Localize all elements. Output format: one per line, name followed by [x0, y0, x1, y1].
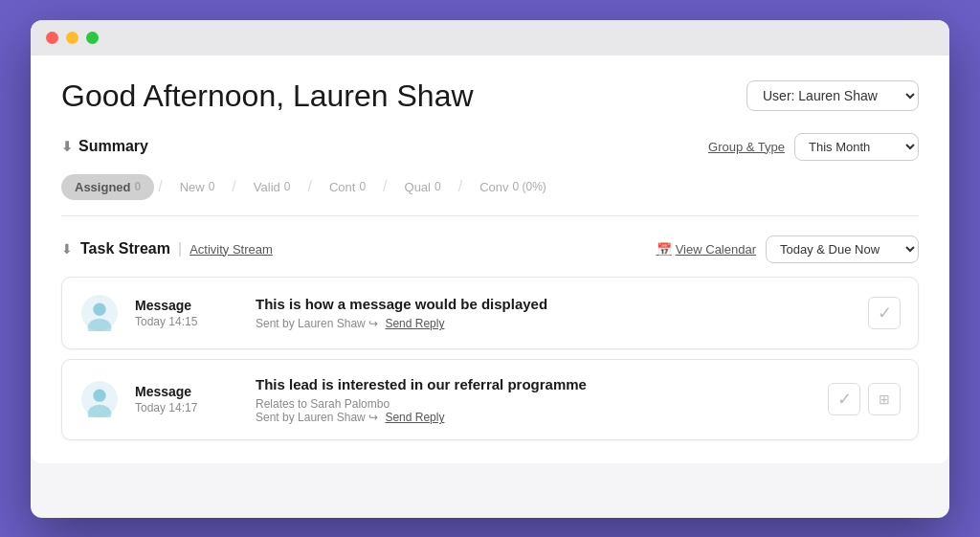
- task-arrow-icon: ⬇: [61, 241, 73, 257]
- person-icon: [81, 295, 118, 331]
- summary-controls: Group & Type This Month Last Month This …: [708, 133, 919, 161]
- svg-point-1: [93, 302, 105, 315]
- calendar-icon: 📅: [657, 242, 672, 257]
- pills-row: Assigned 0 / New 0 / Valid 0 / Cont 0 / …: [61, 174, 919, 216]
- header-row: Good Afternoon, Lauren Shaw User: Lauren…: [61, 78, 919, 114]
- task-header: ⬇ Task Stream | Activity Stream 📅 View C…: [61, 235, 919, 263]
- grid-button[interactable]: ⊞: [868, 383, 901, 415]
- pill-qual[interactable]: Qual 0: [391, 174, 455, 200]
- close-button[interactable]: [46, 32, 58, 44]
- due-select[interactable]: Today & Due Now All Due Upcoming: [766, 235, 919, 263]
- reply-arrow-icon: ↩: [368, 411, 378, 424]
- pill-new[interactable]: New 0: [167, 174, 229, 200]
- activity-stream-link[interactable]: Activity Stream: [189, 242, 273, 257]
- task-card: Message Today 14:17 This lead is interes…: [61, 359, 919, 441]
- task-time: Today 14:17: [135, 401, 240, 414]
- main-content: Good Afternoon, Lauren Shaw User: Lauren…: [31, 56, 949, 464]
- user-select[interactable]: User: Lauren Shaw: [746, 80, 919, 111]
- task-actions: ✓: [868, 297, 901, 329]
- task-sent: Sent by Lauren Shaw ↩ Send Reply: [256, 317, 853, 330]
- task-meta: Message Today 14:17: [135, 384, 240, 414]
- send-reply-link[interactable]: Send Reply: [385, 317, 444, 330]
- pill-valid[interactable]: Valid 0: [240, 174, 304, 200]
- pill-assigned[interactable]: Assigned 0: [61, 174, 154, 200]
- person-icon: [81, 381, 118, 417]
- app-window: Good Afternoon, Lauren Shaw User: Lauren…: [31, 20, 949, 518]
- group-type-link[interactable]: Group & Type: [708, 140, 785, 154]
- summary-header: ⬇ Summary Group & Type This Month Last M…: [61, 133, 919, 161]
- summary-arrow-icon: ⬇: [61, 139, 73, 154]
- task-subject: This is how a message would be displayed: [256, 295, 853, 314]
- task-avatar: [79, 379, 120, 419]
- reply-arrow-icon: ↩: [368, 317, 378, 330]
- task-actions: ✓ ⊞: [828, 383, 901, 415]
- task-time: Today 14:15: [135, 315, 240, 328]
- task-sent: Sent by Lauren Shaw ↩ Send Reply: [256, 411, 813, 424]
- check-button[interactable]: ✓: [868, 297, 901, 329]
- task-list: Message Today 14:15 This is how a messag…: [61, 277, 919, 441]
- task-body: This lead is interested in our referral …: [256, 375, 813, 425]
- task-type: Message: [135, 298, 240, 313]
- task-type: Message: [135, 384, 240, 399]
- pill-conv[interactable]: Conv 0 (0%): [466, 174, 560, 200]
- maximize-button[interactable]: [86, 32, 99, 44]
- pill-cont[interactable]: Cont 0: [316, 174, 379, 200]
- task-relates: Relates to Sarah Palombo: [256, 397, 813, 411]
- minimize-button[interactable]: [66, 32, 78, 44]
- task-avatar: [79, 293, 120, 333]
- month-select[interactable]: This Month Last Month This Week: [794, 133, 919, 161]
- greeting-text: Good Afternoon, Lauren Shaw: [61, 78, 474, 114]
- task-title-group: ⬇ Task Stream | Activity Stream: [61, 240, 273, 257]
- check-button-2[interactable]: ✓: [828, 383, 860, 415]
- task-controls: 📅 View Calendar Today & Due Now All Due …: [657, 235, 919, 263]
- summary-title: ⬇ Summary: [61, 138, 148, 155]
- checkmark-icon: ✓: [878, 302, 892, 324]
- view-calendar-link[interactable]: 📅 View Calendar: [657, 242, 756, 257]
- svg-point-4: [93, 390, 105, 402]
- send-reply-link-2[interactable]: Send Reply: [385, 411, 444, 424]
- task-stream-title: Task Stream: [80, 240, 170, 257]
- task-body: This is how a message would be displayed…: [256, 295, 853, 331]
- task-subject: This lead is interested in our referral …: [256, 375, 813, 394]
- task-card: Message Today 14:15 This is how a messag…: [61, 277, 919, 349]
- task-meta: Message Today 14:15: [135, 298, 240, 328]
- checkmark-icon: ✓: [837, 389, 852, 410]
- titlebar: [31, 20, 949, 56]
- grid-icon: ⊞: [879, 392, 890, 407]
